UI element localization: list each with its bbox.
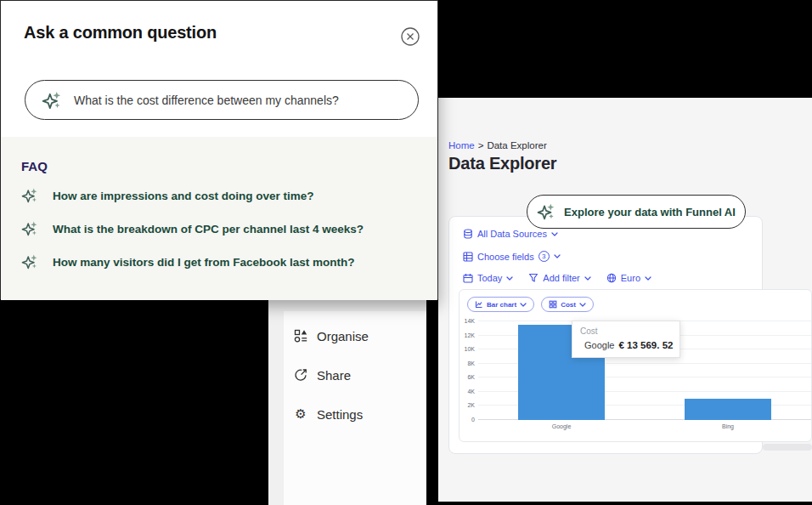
sparkle-icon bbox=[21, 253, 38, 270]
menu-item-label: Share bbox=[317, 368, 351, 383]
breadcrumb: Home>Data Explorer bbox=[448, 140, 547, 150]
chevron-down-icon bbox=[520, 303, 527, 307]
metric-label: Cost bbox=[561, 301, 576, 309]
add-filter-dropdown[interactable]: Add filter bbox=[528, 273, 590, 283]
menu-item-settings[interactable]: ⚙ Settings bbox=[284, 394, 426, 434]
y-tick-label: 14K bbox=[460, 318, 475, 325]
faq-question-text: What is the breakdown of CPC per channel… bbox=[53, 223, 364, 235]
filter-icon bbox=[528, 273, 539, 283]
data-explorer-page: Home>Data Explorer Data Explorer All Dat… bbox=[438, 98, 812, 502]
y-tick-label: 2K bbox=[460, 402, 475, 409]
close-icon bbox=[400, 26, 420, 47]
choose-fields-row: Choose fields 3 bbox=[463, 251, 561, 262]
common-question-text: What is the cost difference between my c… bbox=[74, 94, 339, 107]
breadcrumb-separator: > bbox=[478, 140, 484, 150]
data-sources-row: All Data Sources bbox=[463, 229, 558, 239]
faq-question[interactable]: How are impressions and cost doing over … bbox=[21, 187, 417, 204]
y-tick-label: 4K bbox=[460, 389, 475, 395]
bar-chart-icon bbox=[475, 300, 483, 309]
tooltip-metric-label: Cost bbox=[580, 326, 672, 336]
data-sources-dropdown[interactable]: All Data Sources bbox=[463, 229, 558, 239]
gear-icon: ⚙ bbox=[294, 407, 307, 421]
date-range-dropdown[interactable]: Today bbox=[463, 273, 513, 283]
tooltip-row: Google € 13 569. 52 bbox=[580, 339, 672, 350]
share-icon bbox=[294, 368, 307, 382]
metric-dropdown[interactable]: Cost bbox=[541, 297, 594, 312]
choose-fields-dropdown[interactable]: Choose fields 3 bbox=[463, 251, 561, 262]
table-icon bbox=[463, 252, 473, 262]
chevron-down-icon bbox=[506, 276, 513, 281]
common-question-input[interactable]: What is the cost difference between my c… bbox=[25, 80, 419, 120]
chevron-down-icon bbox=[584, 276, 591, 281]
y-tick-label: 8K bbox=[460, 360, 475, 367]
chevron-down-icon bbox=[554, 254, 561, 258]
page-title: Data Explorer bbox=[448, 154, 556, 173]
tooltip-value: € 13 569. 52 bbox=[618, 340, 673, 350]
funnel-ai-button-label: Explore your data with Funnel AI bbox=[564, 206, 736, 218]
sparkle-icon bbox=[21, 220, 38, 237]
sparkle-icon bbox=[537, 202, 555, 221]
chart-tooltip: Cost Google € 13 569. 52 bbox=[572, 321, 680, 358]
chart-type-dropdown[interactable]: Bar chart bbox=[467, 297, 534, 312]
organise-icon bbox=[294, 329, 307, 343]
faq-question[interactable]: What is the breakdown of CPC per channel… bbox=[21, 220, 417, 237]
menu-item-label: Organise bbox=[317, 329, 369, 343]
calendar-icon bbox=[463, 273, 473, 283]
choose-fields-label: Choose fields bbox=[477, 252, 534, 262]
y-axis: 02K4K6K8K10K12K14K bbox=[460, 321, 475, 420]
y-tick-label: 0 bbox=[460, 417, 475, 423]
y-tick-label: 6K bbox=[460, 374, 475, 381]
menu-item-label: Settings bbox=[317, 407, 363, 422]
chevron-down-icon bbox=[579, 303, 586, 307]
currency-label: Euro bbox=[621, 273, 640, 283]
horizontal-scrollbar-thumb[interactable] bbox=[763, 444, 812, 451]
close-button[interactable] bbox=[400, 26, 420, 47]
globe-icon bbox=[606, 273, 617, 283]
date-range-label: Today bbox=[477, 273, 502, 283]
context-menu: Organise Share ⚙ Settings bbox=[284, 311, 426, 505]
faq-question-text: How are impressions and cost doing over … bbox=[53, 190, 314, 202]
chart-controls: Bar chart Cost bbox=[467, 297, 594, 312]
choose-fields-count-badge: 3 bbox=[539, 251, 550, 262]
breadcrumb-current: Data Explorer bbox=[487, 140, 546, 150]
context-menu-panel: Organise Share ⚙ Settings bbox=[268, 299, 426, 505]
sparkle-icon bbox=[21, 187, 38, 204]
currency-dropdown[interactable]: Euro bbox=[606, 273, 651, 283]
modal-title: Ask a common question bbox=[24, 23, 217, 43]
faq-question-text: How many visitors did I get from Faceboo… bbox=[53, 256, 355, 269]
faq-question[interactable]: How many visitors did I get from Faceboo… bbox=[21, 253, 417, 270]
breadcrumb-home-link[interactable]: Home bbox=[448, 140, 475, 150]
stage: Home>Data Explorer Data Explorer All Dat… bbox=[0, 0, 812, 505]
filter-settings-row: Today Add filter Euro bbox=[463, 273, 651, 283]
faq-section: FAQ How are impressions and cost doing o… bbox=[1, 137, 437, 300]
database-icon bbox=[463, 229, 473, 239]
menu-item-organise[interactable]: Organise bbox=[284, 316, 426, 355]
bar-bing[interactable] bbox=[685, 399, 771, 420]
x-axis: GoogleBing bbox=[478, 423, 811, 434]
funnel-ai-button[interactable]: Explore your data with Funnel AI bbox=[527, 195, 746, 229]
tooltip-channel: Google bbox=[584, 340, 614, 350]
chevron-down-icon bbox=[551, 232, 558, 236]
chart-card: Bar chart Cost 02K4K6K8K10K12K14K Google… bbox=[459, 289, 812, 442]
x-tick-label: Google bbox=[478, 423, 645, 429]
chart-type-label: Bar chart bbox=[487, 301, 516, 309]
add-filter-label: Add filter bbox=[543, 273, 579, 283]
menu-item-share[interactable]: Share bbox=[284, 355, 426, 394]
x-tick-label: Bing bbox=[645, 423, 811, 429]
data-sources-label: All Data Sources bbox=[477, 229, 547, 239]
y-tick-label: 10K bbox=[460, 346, 475, 353]
chevron-down-icon bbox=[645, 276, 651, 281]
ask-question-modal: Ask a common question What is the cost d… bbox=[0, 0, 438, 299]
metric-icon bbox=[549, 300, 557, 309]
y-tick-label: 12K bbox=[460, 332, 475, 339]
faq-heading: FAQ bbox=[21, 159, 417, 173]
sparkle-icon bbox=[42, 90, 62, 111]
